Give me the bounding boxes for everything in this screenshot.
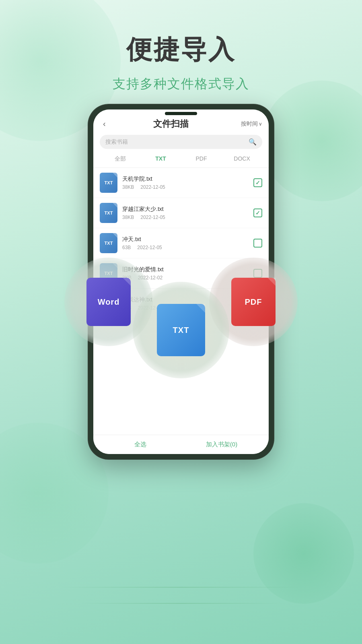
tab-docx[interactable]: DOCX	[222, 154, 262, 164]
file-item[interactable]: TXT 天机学院.txt 38KB 2022-12-05	[93, 168, 269, 198]
bottom-decoration-line-2	[80, 603, 282, 604]
app-bottom-bar: 全选 加入书架(0)	[93, 435, 269, 454]
pdf-document-icon: PDF	[231, 278, 276, 326]
sort-arrow-icon: ∨	[259, 121, 262, 127]
file-type-icon: TXT	[100, 203, 117, 223]
file-type-icon: TXT	[100, 233, 117, 253]
back-button[interactable]: ‹	[100, 118, 109, 130]
file-date: 2022-12-05	[140, 184, 165, 190]
file-size: 38KB	[122, 184, 134, 190]
select-all-button[interactable]: 全选	[100, 441, 181, 448]
file-size: 38KB	[122, 215, 134, 220]
file-size: 63B	[122, 245, 131, 250]
file-item[interactable]: TXT 穿越江家大少.txt 38KB 2022-12-05	[93, 198, 269, 228]
file-type-icon: TXT	[100, 173, 117, 193]
sub-title: 支持多种文件格式导入	[0, 75, 362, 93]
search-bar[interactable]: 搜索书籍 🔍	[100, 135, 262, 149]
bg-decoration-2	[261, 80, 362, 201]
file-date: 2022-12-05	[137, 245, 162, 250]
phone-mockup: ‹ 文件扫描 按时间 ∨ 搜索书籍 🔍 全部 TXT PDF	[88, 105, 274, 459]
file-name: 穿越江家大少.txt	[122, 206, 253, 213]
bg-decoration-4	[253, 503, 354, 604]
bottom-decoration-line-1	[60, 587, 302, 588]
file-name: 冲天.txt	[122, 236, 253, 243]
txt-document-icon: TXT	[157, 304, 205, 356]
filter-tabs: 全部 TXT PDF DOCX	[93, 154, 269, 168]
phone-notch	[165, 112, 197, 115]
file-checkbox[interactable]	[253, 239, 262, 248]
add-to-shelf-button[interactable]: 加入书架(0)	[181, 441, 262, 448]
search-icon[interactable]: 🔍	[249, 138, 257, 146]
txt-format-circle: TXT	[133, 282, 229, 378]
search-placeholder: 搜索书籍	[105, 138, 249, 146]
file-info: 穿越江家大少.txt 38KB 2022-12-05	[122, 206, 253, 220]
word-label: Word	[98, 297, 120, 307]
tab-all[interactable]: 全部	[100, 154, 140, 164]
txt-label: TXT	[173, 326, 189, 335]
word-document-icon: Word	[86, 278, 131, 326]
file-item[interactable]: TXT 冲天.txt 63B 2022-12-05	[93, 228, 269, 258]
sort-button[interactable]: 按时间 ∨	[241, 120, 262, 128]
file-meta: 38KB 2022-12-05	[122, 215, 253, 220]
pdf-label: PDF	[245, 297, 262, 307]
app-title: 文件扫描	[109, 118, 233, 130]
main-title: 便捷导入	[0, 32, 362, 67]
file-name: 天机学院.txt	[122, 175, 253, 183]
sort-label: 按时间	[241, 120, 258, 128]
file-info: 冲天.txt 63B 2022-12-05	[122, 236, 253, 250]
file-meta: 63B 2022-12-05	[122, 245, 253, 250]
file-checkbox[interactable]	[253, 178, 262, 187]
file-meta: 38KB 2022-12-05	[122, 184, 253, 190]
header-area: 便捷导入 支持多种文件格式导入	[0, 0, 362, 93]
file-info: 天机学院.txt 38KB 2022-12-05	[122, 175, 253, 190]
file-date: 2022-12-05	[140, 215, 165, 220]
file-checkbox[interactable]	[253, 208, 262, 217]
tab-txt[interactable]: TXT	[140, 154, 181, 164]
tab-pdf[interactable]: PDF	[181, 154, 222, 164]
